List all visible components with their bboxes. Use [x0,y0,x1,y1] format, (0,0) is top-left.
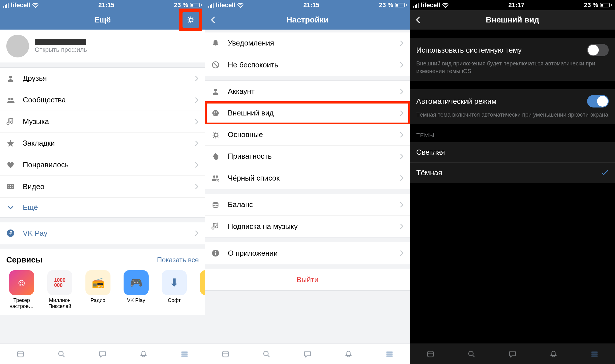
music-icon [211,222,220,231]
menu-item-music[interactable]: Музыка [0,111,205,133]
settings-item-privacy[interactable]: Приватность [205,146,410,167]
theme-option-light[interactable]: Светлая [410,142,615,163]
signal-icon [3,3,9,8]
tab-feed[interactable] [220,349,231,359]
status-bar: lifecell 21:17 23 % [410,0,615,10]
chevron-right-icon [195,76,199,81]
profile-name-redacted [35,39,86,45]
service-item[interactable]: 🎮VK Play [121,270,151,309]
service-item[interactable]: 📻Радио [83,270,113,309]
settings-item-general[interactable]: Основные [205,124,410,146]
menu-label: Сообщества [23,96,187,104]
settings-item-notifications[interactable]: Уведомления [205,32,410,54]
carrier-label: lifecell [11,1,30,9]
tab-feed[interactable] [425,349,436,359]
tab-messages[interactable] [507,349,518,359]
settings-item-account[interactable]: Аккаунт [205,81,410,102]
settings-button[interactable] [183,12,199,28]
service-item[interactable]: 1000000Миллион Пикселей [44,270,75,309]
nav-bar: Внешний вид [410,10,615,30]
menu-item-friends[interactable]: Друзья [0,68,205,89]
service-item[interactable]: ⬇Софт [159,270,190,309]
chevron-right-icon [400,224,404,229]
menu-label: Понравилось [23,160,187,169]
menu-item-bookmarks[interactable]: Закладки [0,133,205,154]
signout-button[interactable]: Выйти [205,269,410,290]
screen-more: lifecell 21:15 23 % Ещё Открыть профиль [0,0,205,364]
clock-label: 21:15 [99,1,114,9]
tab-messages[interactable] [97,349,108,359]
settings-item-appearance[interactable]: Внешний вид [205,102,410,124]
setting-description: Тёмная тема включится автоматически при … [416,111,609,119]
clock-label: 21:17 [509,1,524,9]
menu-item-liked[interactable]: Понравилось [0,154,205,176]
tab-bar [205,344,410,364]
settings-item-music-sub[interactable]: Подписка на музыку [205,216,410,237]
ruble-icon [6,229,15,237]
info-icon [211,249,220,257]
menu-label: Аккаунт [228,87,392,96]
tab-notifications[interactable] [138,349,149,359]
service-label: Трекер настрое… [6,297,37,309]
menu-label: Не беспокоить [228,61,392,69]
tab-messages[interactable] [302,349,313,359]
carrier-label: lifecell [216,1,235,9]
service-item[interactable]: ▲Ораку [197,270,205,309]
chevron-right-icon [195,230,199,236]
tab-notifications[interactable] [548,349,559,359]
hand-icon [211,152,220,161]
settings-item-about[interactable]: О приложении [205,242,410,264]
battery-icon [395,3,407,7]
service-label: VK Play [127,297,145,303]
tab-menu[interactable] [589,349,600,359]
auto-mode-toggle[interactable] [587,95,609,107]
menu-label: VK Pay [23,229,187,238]
service-icon: ⬇ [162,270,187,295]
chevron-right-icon [400,250,404,256]
show-all-link[interactable]: Показать все [157,256,199,264]
clock-label: 21:15 [304,1,319,9]
battery-icon [600,3,612,7]
theme-option-dark[interactable]: Тёмная [410,163,615,183]
coins-icon [211,200,220,209]
chevron-right-icon [195,97,199,103]
menu-label: Баланс [228,200,392,209]
tab-search[interactable] [56,349,67,359]
menu-item-vkpay[interactable]: VK Pay [0,222,205,244]
expand-more-button[interactable]: Ещё [0,197,205,217]
tab-bar [0,344,205,364]
service-icon: 📻 [85,270,110,295]
star-icon [6,139,15,148]
menu-label: Внешний вид [228,109,392,117]
settings-item-balance[interactable]: Баланс [205,194,410,216]
menu-item-communities[interactable]: Сообщества [0,89,205,111]
battery-label: 23 % [174,1,188,9]
menu-label: Основные [228,130,392,139]
tab-menu[interactable] [384,349,395,359]
system-theme-toggle[interactable] [587,44,609,56]
settings-item-blacklist[interactable]: Чёрный список [205,167,410,189]
setting-title: Использовать системную тему [416,46,522,55]
menu-item-video[interactable]: Видео [0,176,205,197]
battery-icon [190,3,202,7]
service-icon: ☺ [9,270,34,295]
tab-menu[interactable] [179,349,190,359]
service-icon: ▲ [200,270,205,295]
nav-bar: Ещё [0,10,205,30]
chevron-right-icon [400,110,404,116]
tab-notifications[interactable] [343,349,354,359]
service-item[interactable]: ☺Трекер настрое… [6,270,37,309]
back-button[interactable] [210,16,216,24]
setting-description: Внешний вид приложения будет переключать… [416,60,609,75]
settings-item-dnd[interactable]: Не беспокоить [205,54,410,76]
chevron-right-icon [400,62,404,68]
service-icon: 🎮 [124,270,149,295]
tab-feed[interactable] [15,349,26,359]
chevron-right-icon [195,119,199,125]
nodisturb-icon [211,61,220,69]
tab-search[interactable] [261,349,272,359]
setting-title: Автоматический режим [416,97,497,106]
tab-search[interactable] [466,349,477,359]
profile-row[interactable]: Открыть профиль [0,30,205,63]
back-button[interactable] [415,16,421,24]
